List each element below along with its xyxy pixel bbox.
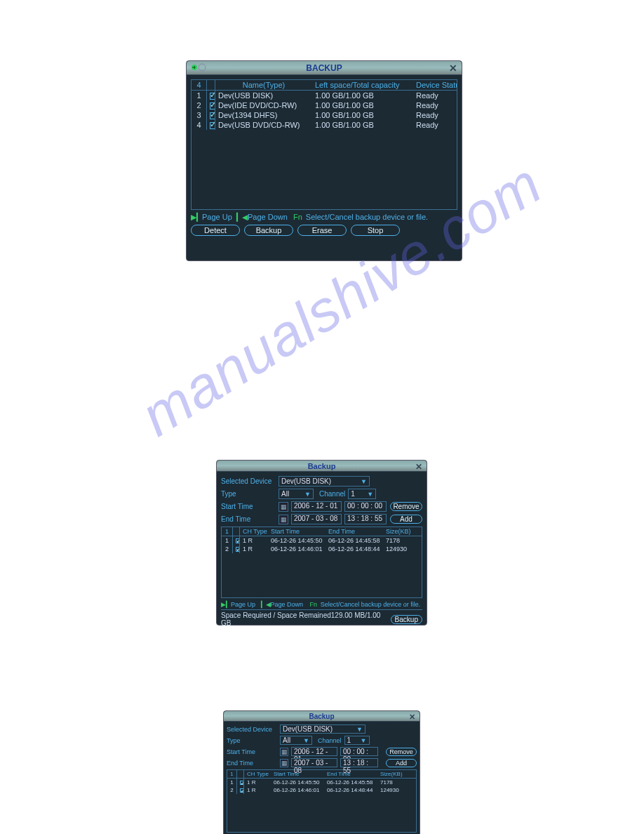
device-select[interactable]: Dev(USB DISK)▼ [280, 724, 365, 734]
arrow-icon: ▎◀ [261, 601, 271, 608]
detect-button[interactable]: Detect [191, 225, 240, 236]
chevron-down-icon: ▼ [303, 737, 309, 744]
type-label: Type [221, 490, 276, 498]
svg-point-1 [199, 64, 206, 71]
col-ch: CH Type [240, 527, 268, 536]
erase-button[interactable]: Erase [297, 225, 347, 236]
channel-label: Channel [318, 737, 342, 744]
backup-button[interactable]: Backup [391, 615, 422, 624]
table-body: 1 Dev(USB DISK) 1.00 GB/1.00 GB Ready 2 … [192, 91, 457, 130]
remove-button[interactable]: Remove [390, 502, 422, 511]
titlebar: Backup ✕ [224, 711, 420, 722]
end-date-input[interactable]: 2007 - 03 - 08 [291, 758, 337, 767]
file-table: 1 CH Type Start Time End Time Size(KB) 1… [221, 527, 422, 598]
type-select[interactable]: All▼ [280, 736, 312, 745]
pager-hint: ▶▎Page Up ▎◀Page Down Fn Select/Cancel b… [221, 601, 422, 608]
col-count: 1 [227, 770, 237, 778]
end-time-label: End Time [227, 760, 277, 767]
close-icon[interactable]: ✕ [449, 62, 457, 74]
page-down[interactable]: Page Down [248, 213, 288, 221]
end-time-label: End Time [221, 515, 276, 523]
calendar-icon[interactable]: ▦ [279, 515, 288, 524]
start-time-input[interactable]: 00 : 00 : 00 [340, 747, 378, 756]
table-row[interactable]: 3 Dev(1394 DHFS) 1.00 GB/1.00 GB Ready [192, 110, 457, 120]
selected-device-label: Selected Device [227, 726, 277, 733]
col-space: Left space/Total capacity [312, 80, 413, 90]
table-row[interactable]: 2 1 R 06-12-26 14:46:01 06-12-26 14:48:4… [222, 545, 422, 553]
backup-button[interactable]: Backup [244, 225, 293, 236]
table-row[interactable]: 4 Dev(USB DVD/CD-RW) 1.00 GB/1.00 GB Rea… [192, 120, 457, 130]
start-time-label: Start Time [221, 503, 276, 510]
backup-search-window: Backup ✕ Selected Device Dev(USB DISK)▼ … [216, 460, 427, 626]
fn-icon: Fn [310, 601, 318, 608]
table-row[interactable]: 1 Dev(USB DISK) 1.00 GB/1.00 GB Ready [192, 91, 457, 100]
file-table: 1 CH Type Start Time End Time Size(KB) 1… [227, 769, 417, 833]
col-start: Start Time [268, 527, 326, 536]
table-row[interactable]: 1 1 R 06-12-26 14:45:50 06-12-26 14:45:5… [227, 779, 416, 786]
channel-select[interactable]: 1▼ [344, 736, 370, 745]
chevron-down-icon: ▼ [361, 478, 367, 485]
chevron-down-icon: ▼ [356, 726, 363, 733]
table-row[interactable]: 2 1 R 06-12-26 14:46:01 06-12-26 14:48:4… [227, 786, 416, 794]
close-icon[interactable]: ✕ [415, 462, 422, 472]
table-row[interactable]: 2 Dev(IDE DVD/CD-RW) 1.00 GB/1.00 GB Rea… [192, 100, 457, 110]
col-size: Size(KB) [377, 770, 416, 778]
backup-device-window: BACKUP ✕ 4 Name(Type) Left space/Total c… [186, 60, 462, 261]
remove-button[interactable]: Remove [386, 748, 417, 756]
type-select[interactable]: All▼ [279, 489, 314, 499]
backup-icon [189, 62, 209, 72]
checkbox-icon[interactable] [210, 112, 215, 119]
selected-device-label: Selected Device [221, 477, 276, 485]
calendar-icon[interactable]: ▦ [279, 502, 288, 512]
calendar-icon[interactable]: ▦ [280, 748, 288, 756]
col-count: 4 [192, 80, 207, 90]
col-name: Name(Type) [215, 80, 312, 90]
channel-select[interactable]: 1▼ [348, 489, 376, 499]
col-start: Start Time [271, 770, 324, 778]
end-time-input[interactable]: 13 : 18 : 55 [344, 514, 387, 524]
start-time-label: Start Time [227, 748, 277, 755]
fn-icon: Fn [293, 213, 302, 221]
arrow-icon: ▎◀ [236, 213, 248, 221]
pager-hint: ▶▎Page Up ▎◀Page Down Fn Select/Cancel b… [191, 213, 457, 222]
col-status: Device Status [413, 80, 457, 90]
col-count: 1 [222, 527, 233, 536]
channel-label: Channel [319, 490, 345, 498]
page-up[interactable]: Page Up [231, 601, 255, 608]
page-up[interactable]: Page Up [202, 213, 232, 221]
arrow-icon: ▶▎ [221, 601, 231, 608]
page-down[interactable]: Page Down [271, 601, 304, 608]
checkbox-icon[interactable] [210, 102, 215, 110]
start-date-input[interactable]: 2006 - 12 - 01 [291, 747, 337, 756]
window-title: BACKUP [306, 63, 342, 73]
device-table: 4 Name(Type) Left space/Total capacity D… [191, 79, 457, 210]
end-time-input[interactable]: 13 : 18 : 55 [340, 758, 378, 767]
chevron-down-icon: ▼ [304, 491, 311, 498]
col-size: Size(KB) [383, 527, 422, 536]
col-ch: CH Type [244, 770, 271, 778]
col-end: End Time [324, 770, 377, 778]
calendar-icon[interactable]: ▦ [280, 759, 288, 767]
space-status: Space Required / Space Remained129.00 MB… [221, 611, 391, 627]
chevron-down-icon: ▼ [361, 737, 367, 744]
window-title: Backup [308, 462, 336, 470]
chevron-down-icon: ▼ [367, 491, 373, 498]
window-title: Backup [309, 713, 334, 720]
titlebar: BACKUP ✕ [187, 61, 462, 75]
stop-button[interactable]: Stop [351, 225, 400, 236]
start-time-input[interactable]: 00 : 00 : 00 [344, 501, 387, 512]
type-label: Type [227, 737, 277, 744]
arrow-icon: ▶▎ [191, 213, 202, 221]
col-end: End Time [326, 527, 383, 536]
start-date-input[interactable]: 2006 - 12 - 01 [291, 501, 342, 512]
end-date-input[interactable]: 2007 - 03 - 08 [291, 514, 342, 524]
titlebar: Backup ✕ [217, 461, 427, 472]
add-button[interactable]: Add [386, 759, 417, 767]
close-icon[interactable]: ✕ [409, 713, 415, 722]
table-row[interactable]: 1 1 R 06-12-26 14:45:50 06-12-26 14:45:5… [222, 536, 422, 545]
checkbox-icon[interactable] [210, 122, 215, 129]
device-select[interactable]: Dev(USB DISK)▼ [279, 476, 370, 486]
checkbox-icon[interactable] [210, 93, 215, 100]
backup-progress-window: Backup ✕ Selected Device Dev(USB DISK)▼ … [223, 710, 420, 834]
add-button[interactable]: Add [390, 515, 422, 524]
